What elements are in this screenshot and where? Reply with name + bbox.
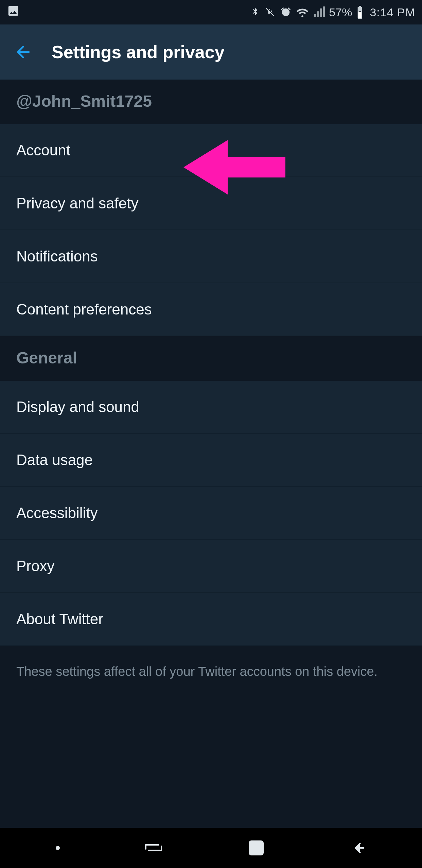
- bluetooth-icon: [250, 6, 260, 18]
- nav-indicator-dot: [56, 846, 60, 850]
- settings-item-privacy-safety[interactable]: Privacy and safety: [0, 177, 422, 230]
- settings-item-account[interactable]: Account: [0, 124, 422, 177]
- settings-item-accessibility[interactable]: Accessibility: [0, 487, 422, 540]
- status-bar: 57% 3:14 PM: [0, 0, 422, 24]
- back-button[interactable]: [349, 839, 367, 857]
- recent-apps-button[interactable]: [144, 841, 163, 855]
- svg-rect-2: [249, 841, 263, 855]
- settings-item-display-sound[interactable]: Display and sound: [0, 381, 422, 434]
- battery-icon: [356, 6, 364, 19]
- app-header: Settings and privacy: [0, 24, 422, 80]
- system-nav-bar: [0, 828, 422, 868]
- svg-rect-0: [358, 12, 362, 18]
- page-title: Settings and privacy: [52, 42, 225, 62]
- section-header-account: @John_Smit1725: [0, 80, 422, 124]
- back-arrow-icon[interactable]: [14, 42, 33, 62]
- signal-icon: [313, 6, 325, 18]
- footer-note: These settings affect all of your Twitte…: [0, 646, 422, 681]
- wifi-icon: [296, 6, 309, 18]
- settings-item-about-twitter[interactable]: About Twitter: [0, 593, 422, 646]
- mute-icon: [264, 6, 276, 18]
- settings-item-content-preferences[interactable]: Content preferences: [0, 283, 422, 336]
- section-header-general: General: [0, 336, 422, 381]
- clock-time: 3:14 PM: [370, 6, 415, 19]
- settings-item-proxy[interactable]: Proxy: [0, 540, 422, 593]
- battery-percentage: 57%: [329, 6, 352, 19]
- home-button[interactable]: [247, 839, 265, 857]
- picture-icon: [7, 4, 20, 20]
- alarm-icon: [280, 6, 292, 18]
- settings-item-data-usage[interactable]: Data usage: [0, 434, 422, 487]
- settings-item-notifications[interactable]: Notifications: [0, 230, 422, 283]
